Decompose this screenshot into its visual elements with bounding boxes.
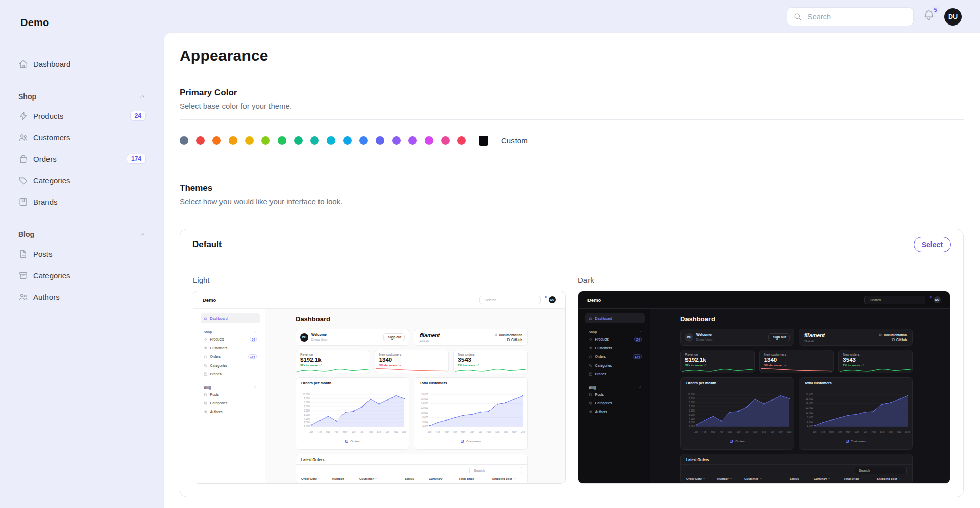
legend-checkbox-icon xyxy=(345,440,348,443)
color-swatch-yellow[interactable] xyxy=(245,136,254,145)
svg-text:10,000: 10,000 xyxy=(303,393,310,396)
preview-avatar: DU xyxy=(300,333,308,342)
sidebar-item-categories[interactable]: Categories xyxy=(10,170,154,191)
sidebar-item-posts[interactable]: Posts xyxy=(10,243,154,264)
color-swatch-fuchsia[interactable] xyxy=(425,136,433,145)
svg-text:6,000: 6,000 xyxy=(689,409,695,412)
trenddown-icon xyxy=(783,364,786,367)
sidebar-item-authors[interactable]: Authors xyxy=(10,286,154,307)
color-swatch-slate[interactable] xyxy=(180,136,188,145)
sidebar-item-brands[interactable]: Brands xyxy=(10,191,154,212)
preview-stats-row: Revenue$192.1k32k increaseNew customers1… xyxy=(296,350,528,373)
color-swatch-pink[interactable] xyxy=(441,136,450,145)
chevdown-icon xyxy=(760,477,763,480)
color-swatch-teal[interactable] xyxy=(310,136,319,145)
color-swatch-red[interactable] xyxy=(196,136,205,145)
trendup-icon xyxy=(704,364,707,367)
light-theme-preview: Demo Search 5 DU DashboardShopProducts24… xyxy=(193,291,566,484)
search-input[interactable] xyxy=(806,12,907,21)
preview-filament-card: filament v3.0.25 DocumentationGitHub xyxy=(414,329,528,346)
svg-text:Apr: Apr xyxy=(720,431,724,433)
topbar-actions: 5 DU xyxy=(787,7,962,26)
preview-welcome-user: Demo User xyxy=(696,337,712,342)
color-swatch-green[interactable] xyxy=(278,136,286,145)
custom-color-button[interactable] xyxy=(479,136,488,146)
color-swatch-cyan[interactable] xyxy=(327,136,335,145)
trendup-icon xyxy=(861,364,864,367)
sidebar-item-label: Categories xyxy=(210,364,257,367)
chevup-icon xyxy=(254,330,257,333)
color-swatch-amber[interactable] xyxy=(229,136,237,145)
sidebar-section-shop: Shop xyxy=(10,90,154,103)
bookmark-icon xyxy=(589,372,593,376)
svg-text:Sep: Sep xyxy=(880,431,885,433)
preview-sidebar-section-blog: Blog xyxy=(585,384,645,390)
sidebar-item-dashboard[interactable]: Dashboard xyxy=(10,53,154,75)
svg-text:16,000: 16,000 xyxy=(806,398,813,400)
svg-text:10,000: 10,000 xyxy=(688,393,695,396)
theme-name: Default xyxy=(192,239,222,250)
preview-sidebar: DashboardShopProducts24CustomersOrders17… xyxy=(193,309,265,484)
chevdown-icon xyxy=(828,477,831,480)
stat-delta: 7% increase xyxy=(843,364,908,367)
preview-sidebar-section-blog: Blog xyxy=(201,384,260,390)
svg-text:Jun: Jun xyxy=(470,431,474,433)
sidebar-item-products[interactable]: Products24 xyxy=(10,105,154,127)
preview-sidebar-item-posts: Posts xyxy=(585,390,645,399)
sidebar-item-label: Categories xyxy=(595,364,642,367)
sidebar-item-label: Posts xyxy=(33,250,146,258)
sidebar-item-categories[interactable]: Categories xyxy=(10,264,154,286)
preview-topbar: Demo Search 5 DU xyxy=(578,291,950,308)
global-search[interactable] xyxy=(787,7,914,26)
color-swatch-sky[interactable] xyxy=(343,136,352,145)
select-theme-button[interactable]: Select xyxy=(914,237,951,252)
chevdown-icon xyxy=(513,477,517,480)
preview-sidebar-item-products: Products24 xyxy=(585,335,645,344)
preview-filament-card: filament v3.0.25 DocumentationGitHub xyxy=(799,329,913,346)
chart-title: Total customers xyxy=(799,378,912,388)
tag-icon xyxy=(589,364,593,368)
color-swatch-rose[interactable] xyxy=(457,136,466,145)
preview-table-column-header: Currency xyxy=(814,477,842,480)
svg-text:8,000: 8,000 xyxy=(689,401,695,404)
document-icon xyxy=(589,393,593,397)
preview-welcome-heading: Welcome xyxy=(696,333,712,337)
svg-text:Jan: Jan xyxy=(309,431,313,433)
theme-card-default: Default Select Light Demo Search xyxy=(180,229,964,497)
sidebar-item-customers[interactable]: Customers xyxy=(10,127,154,148)
color-swatch-orange[interactable] xyxy=(212,136,221,145)
color-swatch-indigo[interactable] xyxy=(376,136,384,145)
sidebar-item-label: Categories xyxy=(210,401,257,405)
preview-table-search: Search xyxy=(469,467,522,474)
bag-icon xyxy=(589,355,593,359)
preview-welcome-heading: Welcome xyxy=(311,333,327,337)
preview-welcome-card: DU Welcome Demo User Sign out xyxy=(296,329,409,346)
user-avatar[interactable]: DU xyxy=(944,8,962,26)
svg-text:Mar: Mar xyxy=(445,431,449,433)
color-swatch-blue[interactable] xyxy=(359,136,368,145)
notifications-button[interactable]: 5 xyxy=(923,9,935,25)
preview-table-column-header: Status xyxy=(790,477,812,480)
stat-delta: 3% decrease xyxy=(379,364,445,367)
sidebar-item-badge: 24 xyxy=(250,337,257,342)
color-swatch-emerald[interactable] xyxy=(294,136,303,145)
color-swatch-violet[interactable] xyxy=(392,136,401,145)
preview-filament-version: v3.0.25 xyxy=(420,339,440,342)
users-icon xyxy=(204,410,208,414)
svg-text:10,000: 10,000 xyxy=(421,412,428,414)
app-logo[interactable]: Demo xyxy=(20,17,49,29)
chevup-icon xyxy=(254,385,257,389)
sidebar-item-orders[interactable]: Orders174 xyxy=(10,148,154,170)
preview-chart-card: Total customers4,0006,0008,00010,00012,0… xyxy=(414,377,528,450)
stat-value: 1340 xyxy=(379,357,445,363)
color-swatch-purple[interactable] xyxy=(408,136,417,145)
preview-sidebar-item-categories: Categories xyxy=(585,399,645,407)
chart-title: Total customers xyxy=(414,378,527,388)
legend-checkbox-icon xyxy=(730,440,733,443)
color-swatch-lime[interactable] xyxy=(261,136,270,145)
sidebar-item-label: Customers xyxy=(33,133,146,142)
home-icon xyxy=(204,317,208,321)
notifications-count-badge: 5 xyxy=(931,6,940,14)
sidebar-section-label: Blog xyxy=(18,230,139,238)
svg-text:Oct: Oct xyxy=(889,431,893,433)
